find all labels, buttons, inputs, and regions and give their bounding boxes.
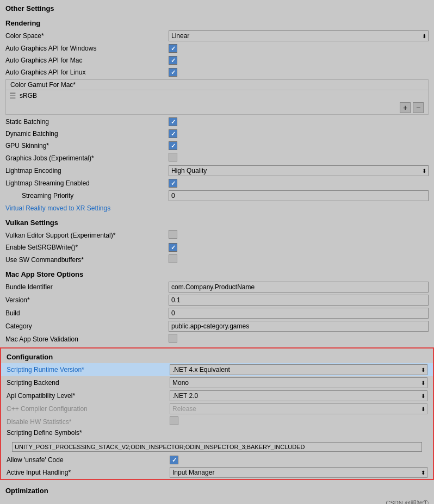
lightmap-encoding-row: Lightmap Encoding High Quality [0, 164, 434, 177]
static-batching-checkbox[interactable] [169, 117, 177, 126]
vulkan-editor-label: Vulkan Editor Support (Experimental)* [5, 232, 169, 239]
api-compat-row: Api Compatibility Level* .NET 2.0 [1, 389, 433, 402]
static-batching-row: Static Batching [0, 116, 434, 128]
mac-validation-control [169, 334, 429, 344]
sw-commandbuffers-checkbox[interactable] [169, 254, 177, 263]
auto-graphics-linux-row: Auto Graphics API for Linux [0, 66, 434, 78]
category-input[interactable] [169, 321, 429, 332]
version-input[interactable] [169, 295, 429, 306]
streaming-priority-input[interactable] [169, 190, 429, 201]
active-input-row: Active Input Handling* Input Manager [1, 466, 433, 479]
color-gamut-remove-button[interactable]: − [413, 102, 424, 113]
color-space-control: Linear [169, 30, 429, 41]
scripting-define-value-container: UNITY_POST_PROCESSING_STACK_V2;ODIN_INSP… [7, 441, 427, 453]
lightmap-encoding-label: Lightmap Encoding [5, 167, 169, 175]
set-srgb-row: Enable SetSRGBWrite()* [0, 241, 434, 253]
rendering-header: Rendering [0, 15, 434, 29]
color-gamut-controls: + − [6, 101, 428, 114]
dynamic-batching-label: Dynamic Batching [5, 130, 169, 138]
mac-validation-checkbox[interactable] [169, 334, 177, 343]
color-space-row: Color Space* Linear [0, 29, 434, 42]
dynamic-batching-row: Dynamic Batching [0, 128, 434, 140]
lightmap-encoding-control: High Quality [169, 165, 429, 176]
scripting-define-row: Scripting Define Symbols* [1, 428, 433, 440]
set-srgb-checkbox[interactable] [169, 243, 177, 252]
api-compat-label: Api Compatibility Level* [7, 392, 170, 400]
graphics-jobs-row: Graphics Jobs (Experimental)* [0, 152, 434, 164]
scripting-runtime-label: Scripting Runtime Version* [7, 366, 170, 374]
scripting-backend-select[interactable]: Mono [170, 377, 427, 388]
allow-unsafe-label: Allow 'unsafe' Code [7, 456, 170, 464]
lightmap-encoding-select[interactable]: High Quality [169, 165, 429, 176]
color-gamut-header: Color Gamut For Mac* [6, 80, 428, 90]
scripting-runtime-select[interactable]: .NET 4.x Equivalent [170, 364, 427, 375]
disable-hw-control [170, 416, 427, 427]
disable-hw-checkbox[interactable] [170, 416, 178, 425]
color-gamut-icon: ☰ [9, 91, 16, 100]
api-compat-select-wrapper: .NET 2.0 [170, 390, 427, 401]
vulkan-editor-row: Vulkan Editor Support (Experimental)* [0, 229, 434, 241]
vulkan-editor-control [169, 230, 429, 240]
version-control [169, 295, 429, 306]
scripting-define-value-row: UNITY_POST_PROCESSING_STACK_V2;ODIN_INSP… [1, 440, 433, 454]
cpp-compiler-control: Release [170, 403, 427, 414]
gpu-skinning-label: GPU Skinning* [5, 142, 169, 150]
auto-graphics-windows-row: Auto Graphics API for Windows [0, 42, 434, 54]
bundle-id-input[interactable] [169, 282, 429, 293]
version-row: Version* [0, 294, 434, 307]
footer: CSDN @明智① [0, 497, 434, 504]
mac-app-store-header: Mac App Store Options [0, 266, 434, 281]
disable-hw-row: Disable HW Statistics* [1, 415, 433, 428]
color-gamut-add-button[interactable]: + [400, 102, 411, 113]
scripting-runtime-row: Scripting Runtime Version* .NET 4.x Equi… [1, 363, 433, 376]
scripting-backend-select-wrapper: Mono [170, 377, 427, 388]
build-row: Build [0, 307, 434, 320]
active-input-select-wrapper: Input Manager [170, 467, 427, 478]
allow-unsafe-checkbox[interactable] [170, 456, 178, 464]
set-srgb-control [169, 243, 429, 252]
active-input-select[interactable]: Input Manager [170, 467, 427, 478]
auto-graphics-mac-label: Auto Graphics API for Mac [5, 57, 169, 64]
sw-commandbuffers-label: Use SW Commandbuffers* [5, 256, 169, 264]
color-gamut-section: Color Gamut For Mac* ☰ sRGB + − [5, 79, 429, 115]
auto-graphics-windows-checkbox[interactable] [169, 44, 177, 53]
gpu-skinning-control [169, 141, 429, 150]
category-row: Category [0, 320, 434, 333]
scripting-backend-control: Mono [170, 377, 427, 388]
lightmap-streaming-checkbox[interactable] [169, 179, 177, 188]
sw-commandbuffers-row: Use SW Commandbuffers* [0, 253, 434, 266]
color-space-label: Color Space* [5, 32, 169, 40]
cpp-compiler-label: C++ Compiler Configuration [7, 405, 170, 413]
vulkan-editor-checkbox[interactable] [169, 230, 177, 239]
allow-unsafe-row: Allow 'unsafe' Code [1, 454, 433, 466]
bundle-id-label: Bundle Identifier [5, 283, 169, 291]
dynamic-batching-control [169, 129, 429, 138]
active-input-control: Input Manager [170, 467, 427, 478]
graphics-jobs-checkbox[interactable] [169, 153, 177, 161]
cpp-compiler-select[interactable]: Release [170, 403, 427, 414]
auto-graphics-windows-control [169, 44, 429, 53]
lightmap-streaming-row: Lightmap Streaming Enabled [0, 177, 434, 189]
dynamic-batching-checkbox[interactable] [169, 129, 177, 138]
auto-graphics-linux-label: Auto Graphics API for Linux [5, 69, 169, 76]
streaming-priority-row: Streaming Priority [0, 189, 434, 202]
mac-validation-label: Mac App Store Validation [5, 335, 169, 343]
gpu-skinning-checkbox[interactable] [169, 141, 177, 150]
build-label: Build [5, 309, 169, 317]
scripting-runtime-select-wrapper: .NET 4.x Equivalent [170, 364, 427, 375]
auto-graphics-mac-checkbox[interactable] [169, 56, 177, 65]
disable-hw-label: Disable HW Statistics* [7, 418, 170, 426]
color-space-select[interactable]: Linear [169, 30, 429, 41]
static-batching-label: Static Batching [5, 118, 169, 126]
gpu-skinning-row: GPU Skinning* [0, 140, 434, 152]
sw-commandbuffers-control [169, 254, 429, 265]
mac-validation-row: Mac App Store Validation [0, 333, 434, 345]
category-label: Category [5, 322, 169, 330]
vr-link[interactable]: Virtual Reality moved to XR Settings [0, 202, 434, 214]
api-compat-select[interactable]: .NET 2.0 [170, 390, 427, 401]
auto-graphics-linux-checkbox[interactable] [169, 68, 177, 77]
bundle-id-row: Bundle Identifier [0, 281, 434, 294]
scripting-define-value[interactable]: UNITY_POST_PROCESSING_STACK_V2;ODIN_INSP… [12, 442, 422, 452]
build-input[interactable] [169, 308, 429, 319]
scripting-define-label: Scripting Define Symbols* [7, 429, 170, 437]
